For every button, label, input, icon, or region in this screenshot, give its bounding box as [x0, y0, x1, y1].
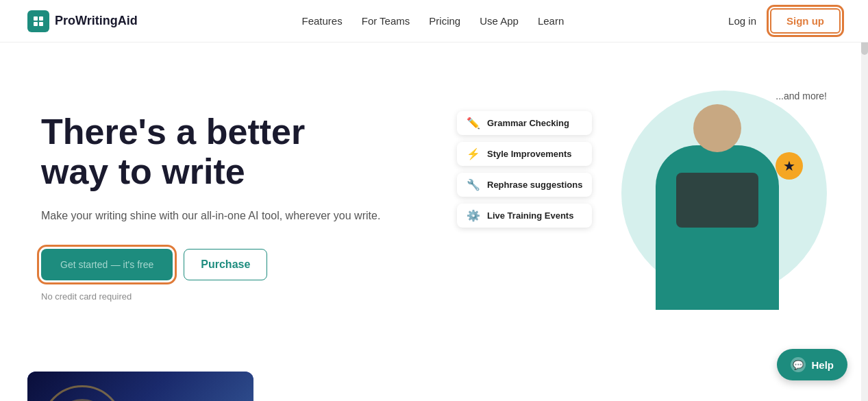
style-icon: ⚡ [467, 147, 480, 160]
pill-training: ⚙️ Live Training Events [457, 204, 592, 228]
logo-svg [32, 15, 45, 27]
logo-icon [27, 10, 49, 32]
help-icon: 💬 [791, 357, 806, 372]
hero-subtitle: Make your writing shine with our all-in-… [41, 208, 380, 224]
pill-grammar-label: Grammar Checking [487, 118, 569, 128]
second-section: Do you feel like your writing lets you d… [0, 372, 868, 401]
hero-content: There's a better way to write Make your … [41, 112, 380, 301]
cta-primary-text: Get started [60, 259, 108, 270]
hero-buttons: Get started — it's free Purchase [41, 249, 380, 280]
hero-title-line1: There's a better [41, 112, 305, 151]
nav-pricing[interactable]: Pricing [429, 15, 460, 27]
nav-for-teams[interactable]: For Teams [362, 15, 410, 27]
main-nav: ProWritingAid Features For Teams Pricing… [0, 0, 868, 42]
help-label: Help [811, 359, 834, 371]
pill-training-label: Live Training Events [487, 210, 573, 221]
second-section-content: Do you feel like your writing lets you d… [295, 372, 695, 401]
svg-rect-1 [39, 16, 43, 21]
hero-title: There's a better way to write [41, 112, 380, 191]
help-button[interactable]: 💬 Help [777, 349, 847, 380]
pill-rephrase: 🔧 Rephrase suggestions [457, 173, 592, 197]
nav-features[interactable]: Features [302, 15, 343, 27]
signup-button[interactable]: Sign up [770, 8, 841, 34]
login-link[interactable]: Log in [728, 15, 756, 27]
nav-links: Features For Teams Pricing Use App Learn [302, 15, 565, 27]
second-section-image [27, 372, 253, 401]
svg-rect-3 [39, 22, 43, 26]
hero-section: There's a better way to write Make your … [0, 42, 868, 358]
brand-logo[interactable]: ProWritingAid [27, 10, 138, 32]
training-icon: ⚙️ [467, 209, 480, 222]
hero-title-line2: way to write [41, 151, 245, 191]
brand-name: ProWritingAid [55, 14, 138, 28]
hero-note: No credit card required [41, 291, 380, 302]
scrollbar[interactable] [861, 0, 868, 401]
pill-rephrase-label: Rephrase suggestions [487, 180, 582, 190]
hero-illustration: ★ ...and more! ✏️ Grammar Checking ⚡ Sty… [457, 84, 841, 330]
purchase-button[interactable]: Purchase [184, 249, 267, 280]
get-started-button[interactable]: Get started — it's free [41, 249, 173, 280]
svg-rect-2 [34, 22, 38, 26]
grammar-icon: ✏️ [467, 117, 480, 130]
pill-style-label: Style Improvements [487, 149, 572, 159]
nav-use-app[interactable]: Use App [480, 15, 519, 27]
nav-learn[interactable]: Learn [538, 15, 564, 27]
cta-primary-suffix: — it's free [111, 259, 154, 270]
feature-pills-container: ✏️ Grammar Checking ⚡ Style Improvements… [457, 111, 592, 228]
star-badge: ★ [776, 152, 803, 180]
pill-grammar: ✏️ Grammar Checking [457, 111, 592, 135]
rephrase-icon: 🔧 [467, 178, 480, 191]
hero-person-image [649, 97, 786, 317]
svg-rect-0 [34, 16, 38, 21]
nav-actions: Log in Sign up [728, 8, 841, 34]
pill-style: ⚡ Style Improvements [457, 142, 592, 166]
